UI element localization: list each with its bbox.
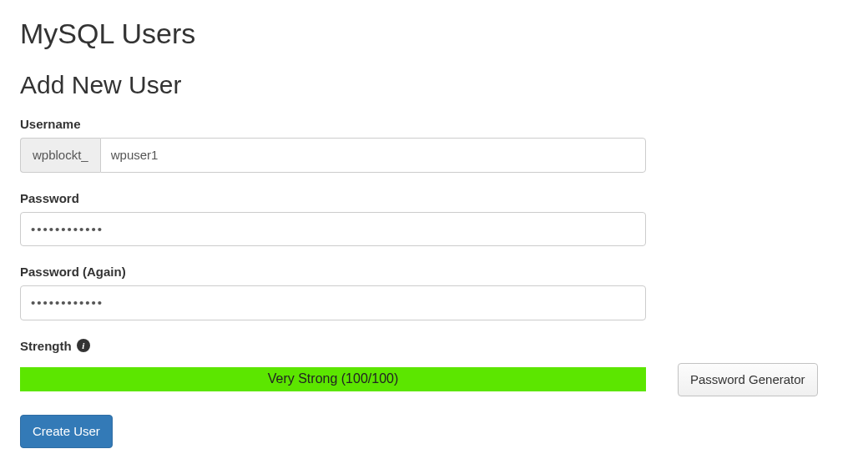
username-prefix: wpblockt_ — [20, 138, 100, 173]
password-group: Password — [20, 191, 848, 247]
create-user-button[interactable]: Create User — [20, 415, 113, 448]
password-again-group: Password (Again) — [20, 265, 848, 320]
section-title: Add New User — [20, 71, 848, 98]
password-again-input[interactable] — [20, 285, 646, 320]
username-input[interactable] — [100, 138, 646, 173]
username-label: Username — [20, 117, 848, 131]
username-group: Username wpblockt_ — [20, 117, 848, 173]
strength-label-text: Strength — [20, 339, 72, 353]
page-title: MySQL Users — [20, 18, 848, 49]
password-generator-button[interactable]: Password Generator — [678, 363, 818, 396]
info-icon[interactable]: i — [77, 339, 90, 352]
password-input[interactable] — [20, 212, 646, 247]
password-again-label: Password (Again) — [20, 265, 848, 279]
strength-bar: Very Strong (100/100) — [20, 367, 646, 391]
strength-section: Strength i Very Strong (100/100) Passwor… — [20, 339, 848, 396]
password-label: Password — [20, 191, 848, 205]
